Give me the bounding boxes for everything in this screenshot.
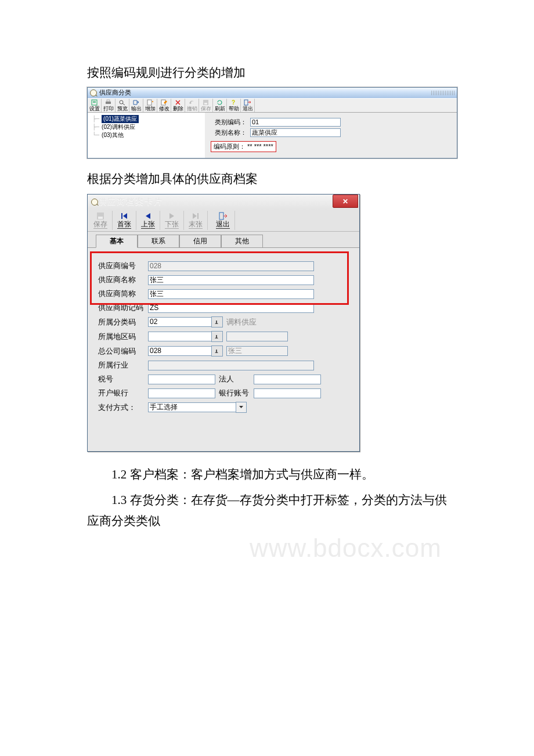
picker-icon — [214, 333, 221, 340]
nav-last-button[interactable]: 末张 — [184, 211, 208, 230]
area-name-display — [226, 332, 288, 341]
undo-icon — [188, 99, 196, 106]
help-icon: ? — [230, 99, 237, 106]
toolbar-export-button[interactable]: 输出 — [129, 99, 143, 112]
tab-credit[interactable]: 信用 — [179, 235, 221, 248]
close-button[interactable]: ✕ — [333, 195, 358, 208]
category-code-input[interactable]: 01 — [250, 118, 341, 127]
refresh-icon — [216, 99, 223, 106]
tree-node[interactable]: ├─ (01)蔬菜供应 — [92, 115, 203, 123]
paragraph-4: 1.3 存货分类：在存货—存货分类中打开标签，分类的方法与供应商分类类似 — [87, 490, 447, 531]
supplier-mnemonic-label: 供应商助记码 — [98, 303, 148, 313]
category-name-display: 调料供应 — [226, 317, 261, 327]
window-title: 供应商分类 — [99, 88, 131, 97]
svg-rect-15 — [121, 213, 122, 219]
paragraph-3: 1.2 客户档案：客户档案增加方式与供应商一样。 — [87, 465, 447, 485]
nav-next-button[interactable]: 下张 — [160, 211, 184, 230]
hq-code-label: 总公司编码 — [98, 346, 148, 357]
toolbar-settings-button[interactable]: 设置 — [88, 99, 102, 112]
print-icon — [104, 99, 112, 106]
tree-node[interactable]: ├─ (02)调料供应 — [92, 123, 203, 131]
drag-handle-icon — [431, 91, 454, 95]
bank-account-input[interactable] — [254, 388, 321, 398]
toolbar: 设置 打印 预览 输出 增加 修改 — [88, 98, 457, 113]
category-code-label: 所属分类码 — [98, 317, 148, 327]
category-name-label: 类别名称： — [211, 128, 247, 137]
legal-input[interactable] — [254, 375, 321, 384]
toolbar-help-button[interactable]: ? 帮助 — [227, 99, 241, 112]
nav-toolbar: 保存 首张 上张 下张 — [88, 210, 359, 232]
tree-node[interactable]: └─ (03)其他 — [92, 131, 203, 139]
bank-input[interactable] — [148, 388, 215, 398]
category-tree[interactable]: ├─ (01)蔬菜供应 ├─ (02)调料供应 └─ (03)其他 — [88, 113, 205, 158]
nav-exit-button[interactable]: 退出 — [211, 211, 235, 230]
legal-label: 法人 — [219, 374, 254, 384]
industry-input — [148, 361, 314, 370]
next-icon — [168, 212, 176, 220]
category-name-input[interactable]: 蔬菜供应 — [250, 128, 341, 137]
toolbar-preview-button[interactable]: 预览 — [116, 99, 129, 112]
nav-first-button[interactable]: 首张 — [113, 211, 136, 230]
category-picker-button[interactable] — [211, 316, 223, 327]
svg-rect-2 — [93, 102, 96, 103]
toolbar-exit-button[interactable]: 退出 — [241, 99, 255, 112]
supplier-card-window: 供应商档案卡片 ✕ 保存 首张 — [87, 194, 360, 452]
first-icon — [120, 212, 128, 220]
toolbar-delete-button[interactable]: 删除 — [171, 99, 185, 112]
tax-label: 税号 — [98, 374, 148, 384]
area-picker-button[interactable] — [211, 331, 223, 342]
magnifier-icon — [90, 89, 97, 96]
svg-line-6 — [122, 103, 125, 105]
paymode-select[interactable]: 手工选择 — [148, 402, 236, 412]
detail-panel: 类别编码： 01 类别名称： 蔬菜供应 编码原则： ** *** **** — [205, 113, 457, 158]
area-code-input[interactable] — [148, 332, 212, 341]
hq-code-input[interactable]: 028 — [148, 346, 212, 356]
paymode-dropdown-button[interactable] — [236, 402, 247, 413]
chevron-down-icon — [239, 405, 244, 410]
paymode-label: 支付方式： — [98, 402, 148, 413]
svg-rect-16 — [197, 213, 199, 219]
toolbar-print-button[interactable]: 打印 — [102, 99, 116, 112]
supplier-code-input: 028 — [148, 261, 314, 271]
save-icon — [202, 99, 210, 106]
toolbar-undo-button[interactable]: 撤销 — [185, 99, 199, 112]
nav-save-button[interactable]: 保存 — [89, 211, 113, 230]
paragraph-1: 按照编码规则进行分类的增加 — [87, 63, 447, 84]
last-icon — [192, 212, 200, 220]
delete-icon — [174, 99, 182, 106]
supplier-short-input[interactable]: 张三 — [148, 289, 314, 299]
close-icon: ✕ — [342, 197, 348, 206]
hq-name-display: 张三 — [226, 346, 288, 356]
edit-icon — [160, 99, 168, 106]
add-icon — [146, 99, 154, 106]
industry-label: 所属行业 — [98, 360, 148, 370]
supplier-short-label: 供应商简称 — [98, 289, 148, 299]
save-icon — [96, 212, 104, 220]
supplier-mnemonic-input[interactable]: ZS — [148, 303, 314, 313]
basic-form: 供应商编号 028 供应商名称 张三 供应商简称 张三 供应商助记码 ZS 所属… — [88, 247, 359, 451]
paragraph-2: 根据分类增加具体的供应商档案 — [87, 169, 447, 190]
category-code-input[interactable]: 02 — [148, 317, 212, 327]
toolbar-refresh-button[interactable]: 刷新 — [213, 99, 227, 112]
tab-basic[interactable]: 基本 — [96, 235, 138, 248]
toolbar-add-button[interactable]: 增加 — [143, 99, 157, 112]
export-icon — [132, 99, 140, 106]
hq-picker-button[interactable] — [211, 345, 223, 357]
supplier-name-input[interactable]: 张三 — [148, 275, 314, 285]
svg-rect-12 — [244, 100, 248, 105]
tab-contact[interactable]: 联系 — [138, 235, 179, 248]
watermark-text: www.bdocx.com — [250, 534, 442, 563]
toolbar-edit-button[interactable]: 修改 — [157, 99, 171, 112]
nav-prev-button[interactable]: 上张 — [136, 211, 160, 230]
tab-other[interactable]: 其他 — [221, 235, 263, 248]
svg-rect-7 — [147, 100, 151, 105]
svg-rect-3 — [106, 102, 111, 104]
area-code-label: 所属地区码 — [98, 332, 148, 342]
window-titlebar: 供应商档案卡片 ✕ — [88, 195, 359, 210]
svg-rect-14 — [98, 217, 103, 219]
tax-input[interactable] — [148, 375, 215, 384]
window-titlebar: 供应商分类 — [88, 88, 457, 98]
supplier-name-label: 供应商名称 — [98, 275, 148, 285]
tree-branch-icon: ├─ — [92, 115, 99, 123]
toolbar-save-button[interactable]: 保存 — [199, 99, 213, 112]
